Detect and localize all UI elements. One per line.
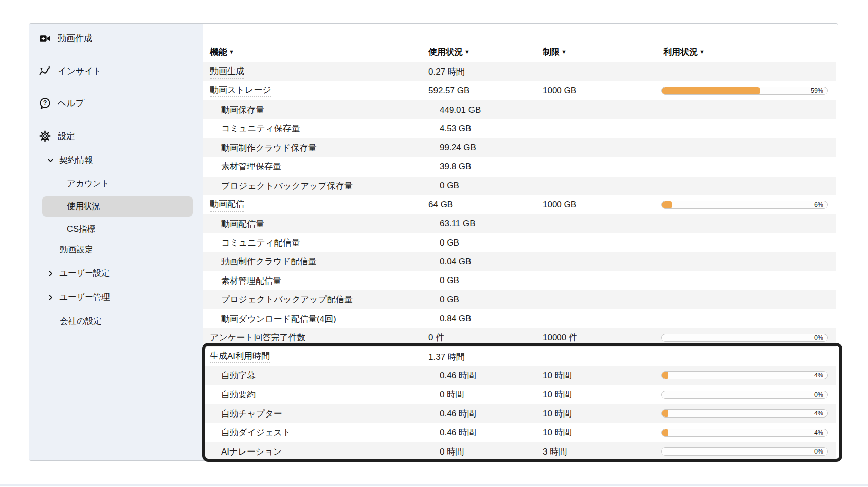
table-row[interactable]: 動画制作クラウド保存量 99.24 GB bbox=[203, 138, 836, 157]
sidebar-item-video-settings[interactable]: 動画設定 bbox=[60, 240, 93, 259]
sort-icon: ▼ bbox=[561, 49, 567, 55]
sidebar-item-label: ヘルプ bbox=[58, 97, 84, 109]
sidebar-item-label: 使用状況 bbox=[67, 201, 100, 212]
usage-cell: 0 GB bbox=[428, 290, 459, 309]
table-row[interactable]: 動画生成 0.27 時間 bbox=[203, 62, 836, 81]
table-row[interactable]: 動画配信 64 GB 1000 GB 6% bbox=[203, 195, 836, 214]
feature-cell: 自動字幕 bbox=[210, 366, 256, 385]
table-row[interactable]: 自動ダイジェスト 0.46 時間 10 時間 4% bbox=[203, 423, 836, 442]
sidebar-item-cs-metrics[interactable]: CS指標 bbox=[67, 220, 95, 238]
chevron-right-icon bbox=[46, 270, 54, 277]
sidebar-item-label: インサイト bbox=[58, 65, 102, 77]
sidebar-item-account[interactable]: アカウント bbox=[67, 175, 110, 193]
sidebar-item-label: ユーザー設定 bbox=[59, 268, 110, 279]
feature-cell: 動画ストレージ bbox=[210, 81, 271, 100]
usage-cell: 0.27 時間 bbox=[428, 62, 465, 81]
usage-cell: 592.57 GB bbox=[428, 81, 469, 100]
sidebar-item-contract-info[interactable]: 契約情報 bbox=[46, 151, 93, 169]
feature-label: プロジェクトバックアップ保存量 bbox=[221, 180, 353, 192]
table-row[interactable]: AIナレーション 0 時間 3 時間 0% bbox=[203, 442, 836, 461]
usage-bar-label: 0% bbox=[814, 391, 823, 398]
usage-bar-label: 4% bbox=[814, 429, 823, 436]
usage-cell: 0 時間 bbox=[428, 442, 464, 461]
column-header-feature[interactable]: 機能▼ bbox=[210, 46, 234, 58]
usage-cell: 0.46 時間 bbox=[428, 366, 476, 385]
usage-bar-fill bbox=[662, 87, 760, 94]
feature-cell: 動画制作クラウド配信量 bbox=[210, 252, 317, 271]
feature-label: 自動ダイジェスト bbox=[221, 427, 291, 438]
usage-bar-label: 59% bbox=[811, 87, 823, 94]
table-row[interactable]: 自動チャプター 0.46 時間 10 時間 4% bbox=[203, 404, 836, 423]
table-row[interactable]: アンケート回答完了件数 0 件 10000 件 0% bbox=[203, 328, 836, 347]
table-row[interactable]: 自動字幕 0.46 時間 10 時間 4% bbox=[203, 366, 836, 385]
limit-cell: 1000 GB bbox=[542, 81, 576, 100]
limit-cell: 10000 件 bbox=[542, 328, 577, 347]
usage-bar-track: 0% bbox=[661, 334, 828, 342]
usage-cell: 0.46 時間 bbox=[428, 423, 476, 442]
table-row[interactable]: 動画保存量 449.01 GB bbox=[203, 100, 836, 119]
feature-label: プロジェクトバックアップ配信量 bbox=[221, 294, 353, 305]
column-header-utilization[interactable]: 利用状況▼ bbox=[663, 46, 705, 58]
table-row[interactable]: 動画制作クラウド配信量 0.04 GB bbox=[203, 252, 836, 271]
table-row[interactable]: プロジェクトバックアップ配信量 0 GB bbox=[203, 290, 836, 309]
limit-cell: 10 時間 bbox=[542, 404, 572, 423]
table-row[interactable]: 自動要約 0 時間 10 時間 0% bbox=[203, 385, 836, 404]
sidebar-item-user-settings[interactable]: ユーザー設定 bbox=[46, 264, 110, 283]
feature-cell: 動画制作クラウド保存量 bbox=[210, 138, 317, 157]
usage-bar: 4% bbox=[661, 366, 828, 385]
sidebar-item-label: 動画作成 bbox=[58, 32, 92, 44]
usage-table: 機能▼ 使用状況▼ 制限▼ 利用状況▼ 動画生成 0.27 時間 動画ストレージ… bbox=[203, 24, 838, 460]
feature-label: コミュニティ保存量 bbox=[221, 123, 300, 134]
column-label: 使用状況 bbox=[428, 47, 463, 57]
sidebar-item-insight[interactable]: インサイト bbox=[39, 62, 102, 80]
feature-cell: 動画配信 bbox=[210, 195, 244, 214]
table-row[interactable]: コミュニティ配信量 0 GB bbox=[203, 233, 836, 252]
settings-usage-panel: 動画作成 インサイト ? ヘルプ bbox=[29, 23, 838, 461]
usage-bar: 0% bbox=[661, 442, 828, 461]
column-label: 機能 bbox=[210, 47, 227, 57]
table-row[interactable]: コミュニティ保存量 4.53 GB bbox=[203, 119, 836, 138]
sidebar-item-settings[interactable]: 設定 bbox=[39, 127, 75, 145]
feature-cell: 自動チャプター bbox=[210, 404, 282, 423]
sidebar-item-video-create[interactable]: 動画作成 bbox=[39, 29, 92, 47]
table-row[interactable]: 生成AI利用時間 1.37 時間 bbox=[203, 347, 836, 366]
usage-bar-fill bbox=[662, 372, 668, 379]
usage-bar-label: 0% bbox=[814, 334, 823, 341]
feature-cell: アンケート回答完了件数 bbox=[210, 328, 306, 347]
sidebar-item-user-management[interactable]: ユーザー管理 bbox=[46, 288, 110, 306]
usage-cell: 0 時間 bbox=[428, 385, 464, 404]
sidebar-item-label: アカウント bbox=[67, 178, 110, 189]
feature-label: 自動字幕 bbox=[221, 370, 256, 381]
column-header-usage[interactable]: 使用状況▼ bbox=[428, 46, 470, 58]
table-row[interactable]: 素材管理配信量 0 GB bbox=[203, 271, 836, 290]
table-row[interactable]: プロジェクトバックアップ保存量 0 GB bbox=[203, 177, 836, 195]
usage-cell: 64 GB bbox=[428, 195, 453, 214]
usage-bar-track: 6% bbox=[661, 201, 828, 209]
usage-bar-fill bbox=[662, 201, 672, 208]
usage-bar-track: 4% bbox=[661, 429, 828, 437]
usage-cell: 0 GB bbox=[428, 177, 459, 195]
sidebar-item-company-settings[interactable]: 会社の設定 bbox=[60, 312, 102, 330]
table-row[interactable]: 動画ダウンロード配信量(4回) 0.84 GB bbox=[203, 309, 836, 328]
table-row[interactable]: 動画配信量 63.11 GB bbox=[203, 214, 836, 233]
usage-cell: 0.04 GB bbox=[428, 252, 471, 271]
usage-cell: 1.37 時間 bbox=[428, 347, 465, 366]
sidebar-item-label: ユーザー管理 bbox=[59, 292, 110, 303]
usage-bar-label: 4% bbox=[814, 410, 823, 417]
limit-cell: 10 時間 bbox=[542, 423, 572, 442]
usage-cell: 0 GB bbox=[428, 233, 459, 252]
usage-bar-fill bbox=[662, 410, 668, 417]
feature-cell: 生成AI利用時間 bbox=[210, 347, 270, 366]
table-row[interactable]: 動画ストレージ 592.57 GB 1000 GB 59% bbox=[203, 81, 836, 100]
usage-bar: 4% bbox=[661, 404, 828, 423]
limit-cell: 1000 GB bbox=[542, 195, 576, 214]
column-header-limit[interactable]: 制限▼ bbox=[542, 46, 567, 58]
sidebar-item-help[interactable]: ? ヘルプ bbox=[39, 94, 84, 112]
usage-cell: 63.11 GB bbox=[428, 214, 476, 233]
feature-cell: AIナレーション bbox=[210, 442, 282, 461]
feature-label: 自動要約 bbox=[221, 389, 256, 400]
sidebar-item-usage-status[interactable]: 使用状況 bbox=[67, 197, 100, 216]
table-row[interactable]: 素材管理保存量 39.8 GB bbox=[203, 157, 836, 176]
usage-bar-label: 6% bbox=[814, 201, 823, 208]
feature-label: 動画ダウンロード配信量(4回) bbox=[221, 313, 336, 325]
